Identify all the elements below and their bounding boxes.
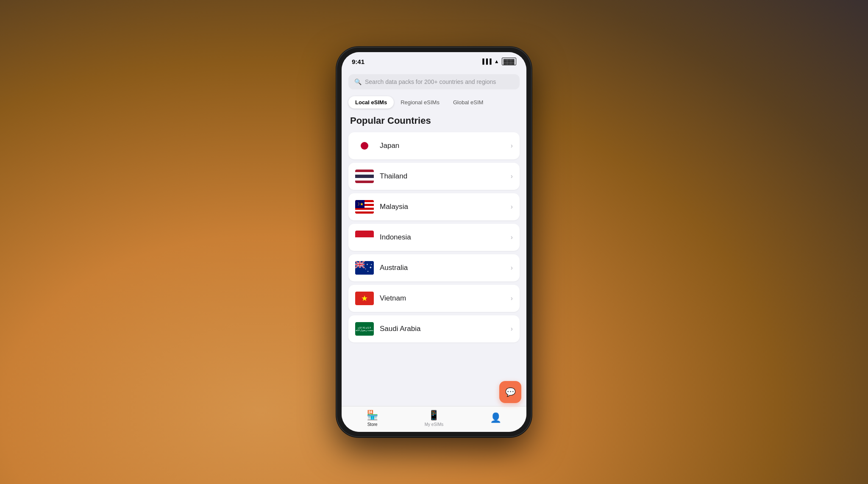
country-item-japan[interactable]: Japan › xyxy=(348,132,520,159)
nav-item-account[interactable]: 👤 xyxy=(465,412,526,425)
svg-text:✦: ✦ xyxy=(366,263,368,266)
country-item-thailand[interactable]: Thailand › xyxy=(348,163,520,190)
store-icon: 🏪 xyxy=(367,410,378,421)
search-bar[interactable]: 🔍 Search data packs for 200+ countries a… xyxy=(348,74,520,89)
country-item-vietnam[interactable]: ★ Vietnam › xyxy=(348,285,520,312)
wifi-icon: ▲ xyxy=(494,58,499,64)
nav-label-store: Store xyxy=(367,422,378,427)
country-left-thailand: Thailand xyxy=(355,170,407,183)
flag-saudi: لا إله إلا اللهمحمد رسول الله xyxy=(355,322,374,336)
chat-fab-button[interactable]: 💬 xyxy=(499,381,521,403)
bottom-nav: 🏪 Store 📱 My eSIMs 👤 xyxy=(342,406,526,432)
search-bar-container: 🔍 Search data packs for 200+ countries a… xyxy=(342,71,526,93)
country-name-thailand: Thailand xyxy=(380,172,407,181)
battery-icon: ▓▓▓ xyxy=(502,58,516,65)
svg-rect-9 xyxy=(355,264,364,265)
flag-malaysia: ☽★ xyxy=(355,200,374,214)
phone-screen: 9:41 ▐▐▐ ▲ ▓▓▓ 🔍 Search data packs for 2… xyxy=(342,52,526,432)
tab-local-esims[interactable]: Local eSIMs xyxy=(348,96,394,108)
nav-label-esims: My eSIMs xyxy=(425,422,443,427)
svg-text:✦: ✦ xyxy=(370,263,372,266)
country-name-indonesia: Indonesia xyxy=(380,233,411,242)
country-item-australia[interactable]: ✦ ✦ ✦ ✦ ✦ Australia › xyxy=(348,254,520,281)
status-time: 9:41 xyxy=(352,58,364,65)
signal-icon: ▐▐▐ xyxy=(481,58,492,64)
flag-japan xyxy=(355,139,374,153)
account-icon: 👤 xyxy=(490,412,501,423)
chevron-malaysia: › xyxy=(511,203,513,211)
malaysia-canton: ☽★ xyxy=(355,200,364,208)
country-name-saudi: Saudi Arabia xyxy=(380,325,420,333)
flag-vietnam: ★ xyxy=(355,292,374,305)
malaysia-crescent: ☽★ xyxy=(356,202,364,206)
nav-item-my-esims[interactable]: 📱 My eSIMs xyxy=(403,410,465,427)
phone-device: 9:41 ▐▐▐ ▲ ▓▓▓ 🔍 Search data packs for 2… xyxy=(337,47,531,437)
chat-icon: 💬 xyxy=(505,387,516,397)
chevron-australia: › xyxy=(511,264,513,272)
section-title: Popular Countries xyxy=(348,115,520,126)
country-name-malaysia: Malaysia xyxy=(380,203,408,211)
nav-item-store[interactable]: 🏪 Store xyxy=(342,410,403,427)
tab-global-esim[interactable]: Global eSIM xyxy=(446,96,490,108)
status-bar: 9:41 ▐▐▐ ▲ ▓▓▓ xyxy=(342,52,526,71)
country-left-japan: Japan xyxy=(355,139,399,153)
chevron-indonesia: › xyxy=(511,234,513,241)
country-item-malaysia[interactable]: ☽★ Malaysia › xyxy=(348,193,520,220)
chevron-vietnam: › xyxy=(511,295,513,302)
saudi-text: لا إله إلا اللهمحمد رسول الله xyxy=(356,326,374,331)
japan-circle xyxy=(361,142,368,150)
chevron-saudi: › xyxy=(511,325,513,333)
svg-text:✦: ✦ xyxy=(367,270,369,273)
vietnam-star: ★ xyxy=(361,295,368,302)
search-placeholder: Search data packs for 200+ countries and… xyxy=(365,78,496,85)
country-left-saudi: لا إله إلا اللهمحمد رسول الله Saudi Arab… xyxy=(355,322,420,336)
svg-text:✦: ✦ xyxy=(369,266,372,270)
tab-regional-esims[interactable]: Regional eSIMs xyxy=(394,96,446,108)
country-left-australia: ✦ ✦ ✦ ✦ ✦ Australia xyxy=(355,261,408,275)
country-item-saudi[interactable]: لا إله إلا اللهمحمد رسول الله Saudi Arab… xyxy=(348,315,520,342)
country-left-indonesia: Indonesia xyxy=(355,231,411,244)
status-icons: ▐▐▐ ▲ ▓▓▓ xyxy=(481,58,516,65)
scroll-content[interactable]: Popular Countries Japan › xyxy=(342,114,526,406)
chevron-japan: › xyxy=(511,142,513,150)
country-left-vietnam: ★ Vietnam xyxy=(355,292,406,305)
esims-icon: 📱 xyxy=(428,410,440,421)
country-name-japan: Japan xyxy=(380,142,399,150)
tabs-container: Local eSIMs Regional eSIMs Global eSIM xyxy=(342,93,526,114)
flag-thailand xyxy=(355,170,374,183)
chevron-thailand: › xyxy=(511,172,513,180)
country-item-indonesia[interactable]: Indonesia › xyxy=(348,224,520,251)
search-icon: 🔍 xyxy=(354,78,362,85)
country-name-australia: Australia xyxy=(380,264,408,272)
country-left-malaysia: ☽★ Malaysia xyxy=(355,200,408,214)
flag-australia: ✦ ✦ ✦ ✦ ✦ xyxy=(355,261,374,275)
country-name-vietnam: Vietnam xyxy=(380,294,406,303)
flag-indonesia xyxy=(355,231,374,244)
